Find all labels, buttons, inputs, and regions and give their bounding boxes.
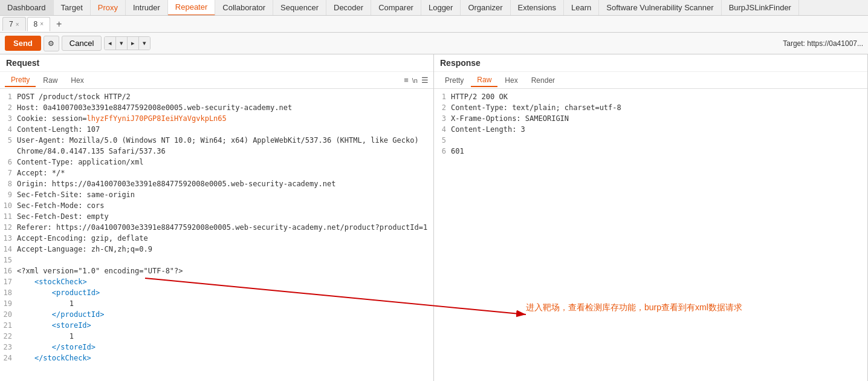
close-tab-7-icon[interactable]: × [16, 21, 19, 28]
toolbar: Send ⚙ Cancel ◂ ▾ ▸ ▾ Target: https://0a… [0, 33, 868, 54]
nav-back-dropdown[interactable]: ▾ [116, 37, 128, 50]
main-area: Request Pretty Raw Hex ≡ \n ☰ 1POST /pro… [0, 54, 868, 381]
nav-intruder[interactable]: Intruder [126, 0, 168, 16]
nav-collaborator[interactable]: Collaborator [215, 0, 273, 16]
table-row: 16<?xml version="1.0" encoding="UTF-8"?> [0, 265, 433, 276]
nav-learn[interactable]: Learn [564, 0, 599, 16]
table-row: 3X-Frame-Options: SAMEORIGIN [434, 113, 867, 124]
ln-icon[interactable]: \n [412, 77, 418, 84]
table-row: 24 </stockCheck> [0, 353, 433, 363]
top-nav: Dashboard Target Proxy Intruder Repeater… [0, 0, 868, 16]
nav-target[interactable]: Target [54, 0, 91, 16]
table-row: 4Content-Length: 107 [0, 124, 433, 135]
request-code-area[interactable]: 1POST /product/stock HTTP/22Host: 0a4100… [0, 89, 433, 381]
table-row: 6601 [434, 146, 867, 157]
table-row: 15 [0, 255, 433, 265]
response-code-area[interactable]: 1HTTP/2 200 OK2Content-Type: text/plain;… [434, 89, 867, 381]
nav-repeater[interactable]: Repeater [168, 0, 215, 16]
request-tab-icons: ≡ \n ☰ [404, 76, 429, 85]
response-tab-hex[interactable]: Hex [499, 74, 523, 86]
request-panel: Request Pretty Raw Hex ≡ \n ☰ 1POST /pro… [0, 54, 434, 381]
add-tab-button[interactable]: + [51, 18, 66, 31]
tab-8[interactable]: 8 × [27, 17, 51, 31]
table-row: 11Sec-Fetch-Dest: empty [0, 211, 433, 222]
table-row: 7Accept: */* [0, 168, 433, 178]
settings-icon[interactable]: ⚙ [44, 36, 59, 51]
table-row: 23 </storeId> [0, 342, 433, 353]
nav-back-button[interactable]: ◂ [105, 37, 116, 50]
nav-svscanner[interactable]: Software Vulnerability Scanner [599, 0, 721, 16]
nav-logger[interactable]: Logger [421, 0, 461, 16]
response-tabs: Pretty Raw Hex Render [434, 72, 867, 89]
table-row: 12Referer: https://0a41007003e3391e88477… [0, 222, 433, 233]
tab-7[interactable]: 7 × [2, 17, 26, 31]
table-row: 19 1 [0, 298, 433, 309]
nav-forward-dropdown[interactable]: ▾ [139, 37, 150, 50]
nav-forward-button[interactable]: ▸ [128, 37, 139, 50]
table-row: 13Accept-Encoding: gzip, deflate [0, 233, 433, 244]
word-wrap-icon[interactable]: ≡ [404, 76, 409, 85]
table-row: 18 <productId> [0, 287, 433, 298]
nav-decoder[interactable]: Decoder [326, 0, 371, 16]
send-button[interactable]: Send [5, 36, 41, 51]
nav-burpjslinkfinder[interactable]: BurpJSLinkFinder [722, 0, 799, 16]
nav-organizer[interactable]: Organizer [461, 0, 510, 16]
response-tab-render[interactable]: Render [525, 74, 561, 86]
table-row: 21 <storeId> [0, 320, 433, 331]
table-row: 1POST /product/stock HTTP/2 [0, 91, 433, 102]
close-tab-8-icon[interactable]: × [40, 21, 44, 27]
table-row: Chrome/84.0.4147.135 Safari/537.36 [0, 146, 433, 157]
table-row: 14Accept-Language: zh-CN,zh;q=0.9 [0, 244, 433, 255]
request-tab-pretty[interactable]: Pretty [5, 74, 36, 87]
nav-sequencer[interactable]: Sequencer [273, 0, 326, 16]
nav-comparer[interactable]: Comparer [371, 0, 421, 16]
target-label: Target: https://0a41007... [783, 39, 863, 48]
request-tab-hex[interactable]: Hex [65, 74, 89, 86]
response-tab-pretty[interactable]: Pretty [439, 74, 470, 86]
nav-arrows: ◂ ▾ ▸ ▾ [104, 36, 151, 50]
table-row: 6Content-Type: application/xml [0, 157, 433, 168]
response-tab-raw[interactable]: Raw [471, 74, 497, 87]
table-row: 2Host: 0a41007003e3391e88477592008e0005.… [0, 102, 433, 113]
nav-extensions[interactable]: Extensions [511, 0, 565, 16]
tabs-row: 7 × 8 × + [0, 16, 868, 33]
nav-proxy[interactable]: Proxy [91, 0, 126, 16]
table-row: 8Origin: https://0a41007003e3391e8847759… [0, 178, 433, 189]
table-row: 2Content-Type: text/plain; charset=utf-8 [434, 102, 867, 113]
table-row: 22 1 [0, 331, 433, 342]
request-title: Request [0, 54, 433, 72]
table-row: 17 <stockCheck> [0, 276, 433, 287]
cancel-button[interactable]: Cancel [62, 36, 102, 51]
table-row: 10Sec-Fetch-Mode: cors [0, 200, 433, 211]
table-row: 20 </productId> [0, 309, 433, 320]
request-tab-raw[interactable]: Raw [37, 74, 63, 86]
response-panel: Response Pretty Raw Hex Render 1HTTP/2 2… [434, 54, 868, 381]
table-row: 5User-Agent: Mozilla/5.0 (Windows NT 10.… [0, 135, 433, 146]
table-row: 3Cookie: session=lhyzFfYyniJ70PGP8IeiHYa… [0, 113, 433, 124]
more-icon[interactable]: ☰ [421, 76, 429, 85]
table-row: 1HTTP/2 200 OK [434, 91, 867, 102]
nav-dashboard[interactable]: Dashboard [0, 0, 54, 16]
table-row: 9Sec-Fetch-Site: same-origin [0, 189, 433, 200]
table-row: 4Content-Length: 3 [434, 124, 867, 135]
response-title: Response [434, 54, 867, 72]
table-row: 5 [434, 135, 867, 146]
request-tabs: Pretty Raw Hex ≡ \n ☰ [0, 72, 433, 89]
